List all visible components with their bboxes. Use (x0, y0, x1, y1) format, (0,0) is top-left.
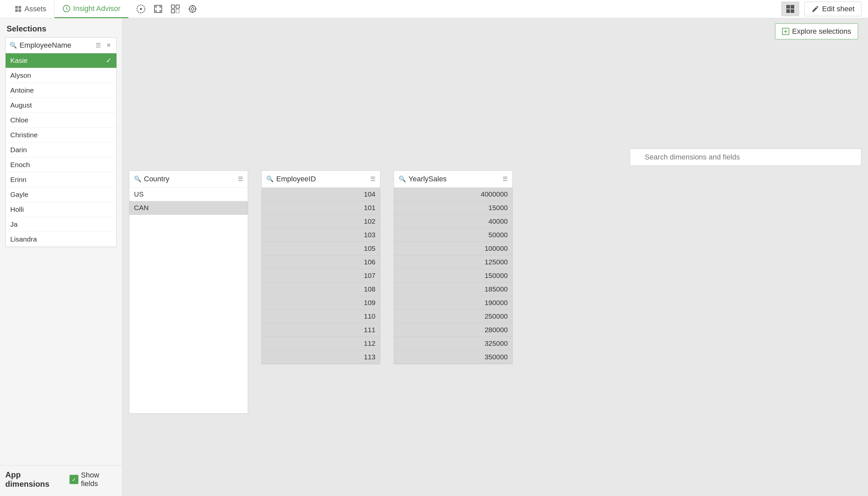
country-row-us[interactable]: US (129, 188, 248, 201)
app-dimensions-section: App dimensions ✓ Show fields (0, 465, 122, 496)
svg-rect-21 (791, 9, 794, 13)
employeeid-row-8[interactable]: 109 (262, 296, 380, 310)
svg-rect-1 (18, 6, 21, 9)
country-menu-icon[interactable]: ☰ (238, 175, 243, 183)
selections-header: Selections (0, 18, 122, 37)
svg-rect-3 (18, 9, 21, 12)
svg-point-6 (140, 8, 142, 10)
target-icon[interactable] (187, 3, 199, 15)
filter-item[interactable]: Erinn (6, 172, 116, 187)
yearlysales-row-0[interactable]: 4000000 (394, 188, 512, 201)
filter-list-icon[interactable]: ☰ (94, 41, 102, 50)
employeeid-row-12[interactable]: 113 (262, 351, 380, 364)
edit-sheet-label: Edit sheet (822, 5, 854, 13)
grid-select-icon[interactable] (169, 3, 181, 15)
tab-insight[interactable]: Insight Advisor (54, 0, 128, 18)
left-panel: Selections 🔍 EmployeeName ☰ ✕ Kasie ✓ Al… (0, 18, 122, 496)
yearlysales-row-1[interactable]: 15000 (394, 201, 512, 215)
yearlysales-row-10[interactable]: 280000 (394, 323, 512, 337)
filter-search-icon: 🔍 (10, 42, 17, 49)
employeeid-row-4[interactable]: 105 (262, 242, 380, 255)
insight-icon (63, 5, 70, 13)
country-empty (129, 215, 248, 413)
assets-tab-label: Assets (25, 5, 46, 13)
edit-sheet-button[interactable]: Edit sheet (804, 2, 862, 16)
filter-item[interactable]: Enoch (6, 157, 116, 172)
filter-item[interactable]: Lisandra (6, 232, 116, 247)
filter-item[interactable]: Darin (6, 143, 116, 157)
svg-rect-11 (176, 10, 179, 13)
grid-view-button[interactable] (781, 2, 799, 16)
filter-item[interactable]: Ja (6, 217, 116, 232)
employeeid-row-6[interactable]: 107 (262, 269, 380, 283)
filter-item[interactable]: Holli (6, 202, 116, 217)
employeeid-row-11[interactable]: 112 (262, 337, 380, 351)
employeeid-card-header: 🔍 EmployeeID ☰ (262, 171, 380, 188)
employeeid-row-1[interactable]: 101 (262, 201, 380, 215)
employeeid-row-7[interactable]: 108 (262, 283, 380, 296)
yearlysales-row-5[interactable]: 125000 (394, 255, 512, 269)
checkmark-icon: ✓ (106, 57, 112, 64)
explore-selections-label: Explore selections (792, 27, 851, 36)
yearlysales-row-8[interactable]: 190000 (394, 296, 512, 310)
yearlysales-row-12[interactable]: 350000 (394, 351, 512, 364)
employeeid-row-2[interactable]: 102 (262, 215, 380, 228)
filter-title: EmployeeName (19, 41, 92, 50)
country-card: 🔍 Country ☰ US CAN (129, 170, 248, 414)
yearlysales-row-2[interactable]: 40000 (394, 215, 512, 228)
selections-section: Selections 🔍 EmployeeName ☰ ✕ Kasie ✓ Al… (0, 18, 122, 465)
filter-item[interactable]: Christine (6, 128, 116, 143)
svg-rect-8 (171, 5, 175, 8)
country-search-icon: 🔍 (134, 175, 141, 183)
expand-icon[interactable] (152, 3, 164, 15)
employeeid-row-10[interactable]: 111 (262, 323, 380, 337)
employeeid-row-9[interactable]: 110 (262, 310, 380, 323)
svg-rect-18 (786, 5, 790, 9)
filter-close-icon[interactable]: ✕ (105, 41, 112, 50)
svg-rect-9 (176, 5, 179, 8)
app-dimensions-title: App dimensions (5, 470, 65, 489)
country-row-can[interactable]: CAN (129, 201, 248, 215)
filter-item[interactable]: August (6, 98, 116, 113)
assets-icon (15, 5, 22, 13)
yearlysales-row-7[interactable]: 185000 (394, 283, 512, 296)
employeeid-row-0[interactable]: 104 (262, 188, 380, 201)
show-fields-label-text: Show fields (81, 471, 117, 488)
employeeid-card-title: EmployeeID (276, 175, 367, 183)
edit-icon (811, 5, 819, 13)
yearlysales-card-header: 🔍 YearlySales ☰ (394, 171, 512, 188)
filter-box-header: 🔍 EmployeeName ☰ ✕ (6, 38, 116, 53)
filter-item[interactable]: Antoine (6, 83, 116, 98)
svg-rect-10 (171, 10, 175, 13)
filter-item[interactable]: Gayle (6, 187, 116, 202)
yearlysales-row-4[interactable]: 100000 (394, 242, 512, 255)
search-wrapper: 🔍 (630, 149, 862, 166)
dimension-cards-row: 🔍 Country ☰ US CAN 🔍 EmployeeID ☰ 10 (129, 170, 862, 491)
country-card-header: 🔍 Country ☰ (129, 171, 248, 188)
employeeid-row-3[interactable]: 103 (262, 228, 380, 242)
yearlysales-row-3[interactable]: 50000 (394, 228, 512, 242)
yearlysales-row-9[interactable]: 250000 (394, 310, 512, 323)
filter-item-selected[interactable]: Kasie ✓ (6, 53, 116, 68)
yearlysales-row-6[interactable]: 150000 (394, 269, 512, 283)
show-fields-toggle[interactable]: ✓ Show fields (69, 471, 117, 488)
yearlysales-menu-icon[interactable]: ☰ (503, 175, 508, 183)
employeeid-menu-icon[interactable]: ☰ (370, 175, 376, 183)
filter-item[interactable]: Chloe (6, 113, 116, 128)
show-fields-checkbox[interactable]: ✓ (69, 475, 78, 484)
tab-assets[interactable]: Assets (6, 0, 54, 18)
search-dimensions-input[interactable] (630, 149, 862, 166)
explore-icon (782, 28, 789, 35)
top-gray-area: Explore selections (122, 18, 868, 144)
topbar-right: Edit sheet (781, 2, 862, 16)
yearlysales-card: 🔍 YearlySales ☰ 4000000 15000 40000 5000… (394, 170, 513, 364)
yearlysales-card-title: YearlySales (409, 175, 500, 183)
employeeid-row-5[interactable]: 106 (262, 255, 380, 269)
explore-selections-button[interactable]: Explore selections (775, 24, 858, 40)
yearlysales-row-11[interactable]: 325000 (394, 337, 512, 351)
filter-item[interactable]: Alyson (6, 68, 116, 83)
dimensions-area: 🔍 🔍 Country ☰ US CAN (122, 144, 868, 496)
lasso-icon[interactable] (135, 3, 147, 15)
svg-rect-20 (786, 9, 790, 13)
svg-rect-2 (15, 9, 18, 12)
